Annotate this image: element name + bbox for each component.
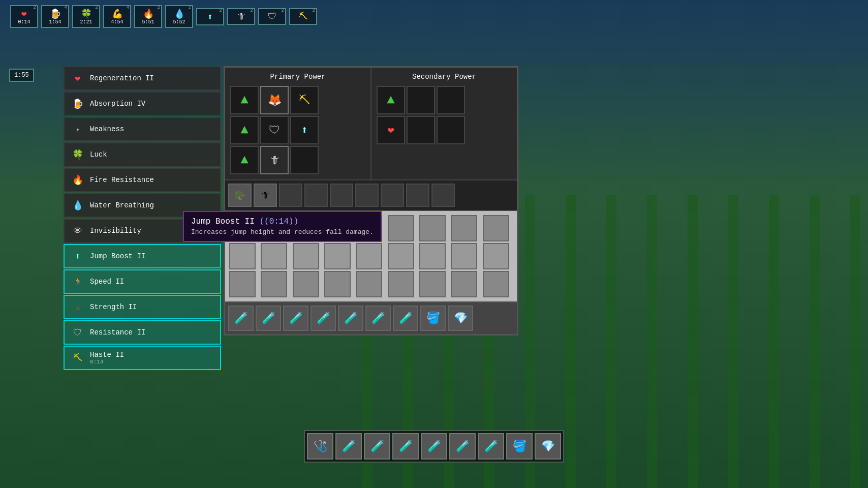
hotbar-slot-2[interactable]: 🧪 — [283, 306, 308, 331]
secondary-cell-1[interactable]: ❤ — [377, 116, 405, 144]
hud-shield: 2 🛡 — [258, 8, 286, 25]
slot-helmet[interactable]: 🪖 — [228, 184, 252, 207]
inv-cell-1-2[interactable] — [293, 243, 319, 269]
tooltip-title: Jump Boost II ((0:14)) — [191, 217, 374, 226]
effect-absorption[interactable]: 🍺 Absorption IV — [64, 92, 221, 116]
inv-cell-1-7[interactable] — [451, 243, 477, 269]
hud-fire-icon: 🔥 — [143, 8, 154, 19]
slot-empty-1[interactable] — [279, 184, 302, 207]
hotbar-slot-5[interactable]: 🧪 — [365, 306, 391, 331]
hud-absorb-time: 1:54 — [49, 19, 61, 25]
inv-cell-1-5[interactable] — [388, 243, 414, 269]
hud-luck-level: 2 — [96, 5, 98, 10]
effect-strength[interactable]: ⚔ Strength II — [64, 295, 221, 319]
inv-cell-1-6[interactable] — [419, 243, 446, 269]
bottom-slot-4[interactable]: 🧪 — [421, 433, 447, 460]
inv-cell-2-2[interactable] — [293, 271, 319, 297]
effect-jump-boost[interactable]: ⬆ Jump Boost II — [64, 244, 221, 268]
effect-regeneration[interactable]: ❤ Regeneration II — [64, 66, 221, 90]
hud-water-time: 5:52 — [173, 19, 185, 25]
bottom-slot-0[interactable]: 🩺 — [307, 433, 333, 460]
inv-cell-2-3[interactable] — [324, 271, 351, 297]
hud-shield-icon: 🛡 — [268, 11, 277, 22]
hotbar-slot-0[interactable]: 🧪 — [228, 306, 254, 331]
inv-cell-0-8[interactable] — [483, 215, 509, 241]
secondary-cell-0[interactable]: ▲ — [377, 86, 405, 114]
hud-fire-level: 2 — [158, 5, 160, 10]
inv-cell-1-3[interactable] — [324, 243, 351, 269]
hud-fire-time: 5:51 — [142, 19, 154, 25]
inv-cell-2-0[interactable] — [229, 271, 256, 297]
effect-speed[interactable]: 🏃 Speed II — [64, 269, 221, 294]
absorption-icon: 🍺 — [71, 97, 85, 111]
hotbar-slot-1[interactable]: 🧪 — [256, 306, 281, 331]
hud-water-icon: 💧 — [174, 8, 185, 19]
primary-cell-1[interactable]: 🦊 — [260, 86, 289, 114]
inv-cell-2-5[interactable] — [388, 271, 414, 297]
primary-cell-4[interactable]: 🛡 — [260, 116, 289, 144]
inv-cell-2-7[interactable] — [451, 271, 477, 297]
effect-weakness[interactable]: ✦ Weakness — [64, 117, 221, 141]
effect-weak-label: Weakness — [90, 125, 124, 133]
hud-str-icon: 💪 — [112, 8, 123, 19]
primary-cell-5[interactable]: ⬆ — [290, 116, 319, 144]
effect-fire-resistance[interactable]: 🔥 Fire Resistance — [64, 168, 221, 192]
bottom-slot-bucket[interactable]: 🪣 — [506, 433, 533, 460]
effect-jump-label: Jump Boost II — [90, 252, 145, 260]
inv-cell-2-1[interactable] — [261, 271, 287, 297]
slot-empty-2[interactable] — [304, 184, 328, 207]
bottom-slot-diamond[interactable]: 💎 — [535, 433, 561, 460]
bottom-slot-3[interactable]: 🧪 — [392, 433, 419, 460]
hud-small-timer: 1:55 — [9, 69, 34, 82]
primary-cell-8[interactable] — [290, 146, 319, 174]
slot-empty-7[interactable] — [431, 184, 455, 207]
hotbar-slot-3[interactable]: 🧪 — [311, 306, 336, 331]
hud-jump-level: 2 — [220, 8, 222, 13]
hud-sword: 2 🗡 — [227, 8, 255, 25]
effect-regen-label: Regeneration II — [90, 74, 154, 82]
effect-haste[interactable]: ⛏ Haste II 0:14 — [64, 346, 221, 370]
primary-cell-2[interactable]: ⛏ — [290, 86, 319, 114]
bottom-slot-6[interactable]: 🧪 — [478, 433, 504, 460]
effect-luck[interactable]: 🍀 Luck — [64, 142, 221, 167]
inv-cell-2-6[interactable] — [419, 271, 446, 297]
inv-cell-1-8[interactable] — [483, 243, 509, 269]
hotbar-slot-bucket[interactable]: 🪣 — [420, 306, 446, 331]
effect-resistance[interactable]: 🛡 Resistance II — [64, 320, 221, 345]
bottom-hotbar: 🩺 🧪 🧪 🧪 🧪 🧪 🧪 🪣 💎 — [304, 430, 564, 463]
inv-cell-1-4[interactable] — [356, 243, 382, 269]
slot-empty-4[interactable] — [355, 184, 379, 207]
hud-luck-time: 2:21 — [80, 19, 92, 25]
primary-cell-7[interactable]: 🗡 — [260, 146, 289, 174]
inv-cell-1-1[interactable] — [261, 243, 287, 269]
bottom-slot-1[interactable]: 🧪 — [335, 433, 362, 460]
hud-luck-icon: 🍀 — [81, 8, 92, 19]
slot-empty-3[interactable] — [330, 184, 353, 207]
inv-cell-2-8[interactable] — [483, 271, 509, 297]
inv-cell-1-0[interactable] — [229, 243, 256, 269]
primary-cell-6[interactable]: ▲ — [230, 146, 259, 174]
effect-absorb-label: Absorption IV — [90, 100, 145, 108]
hud-absorb-level: 4 — [65, 5, 67, 10]
hotbar-slot-4[interactable]: 🧪 — [338, 306, 363, 331]
effect-fire-label: Fire Resistance — [90, 176, 154, 184]
inv-cell-0-7[interactable] — [451, 215, 477, 241]
slot-sword[interactable]: 🗡 — [254, 184, 277, 207]
inv-cell-0-6[interactable] — [419, 215, 446, 241]
slot-empty-6[interactable] — [406, 184, 429, 207]
secondary-cell-empty4 — [437, 116, 465, 144]
primary-cell-3[interactable]: ▲ — [230, 116, 259, 144]
secondary-cell-empty — [407, 86, 435, 114]
hotbar: 🧪 🧪 🧪 🧪 🧪 🧪 🧪 🪣 💎 — [225, 301, 517, 334]
primary-cell-0[interactable]: ▲ — [230, 86, 259, 114]
inv-cell-2-4[interactable] — [356, 271, 382, 297]
hud-absorption: 4 🍺 1:54 — [41, 5, 69, 28]
secondary-cell-empty2 — [437, 86, 465, 114]
bottom-slot-5[interactable]: 🧪 — [449, 433, 476, 460]
hotbar-slot-6[interactable]: 🧪 — [393, 306, 418, 331]
bottom-slot-2[interactable]: 🧪 — [364, 433, 390, 460]
hud-water: 2 💧 5:52 — [165, 5, 193, 28]
hotbar-slot-diamond[interactable]: 💎 — [448, 306, 473, 331]
slot-empty-5[interactable] — [381, 184, 404, 207]
inv-cell-0-5[interactable] — [388, 215, 414, 241]
